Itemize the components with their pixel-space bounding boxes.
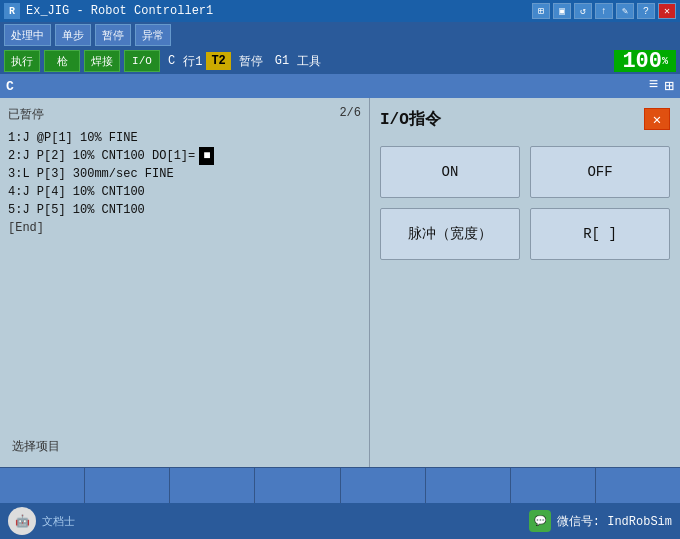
main-content: 已暂停 2/6 1:J @P[1] 10% FINE 2:J P[2] 10% … bbox=[0, 98, 680, 467]
line-count: 2/6 bbox=[339, 106, 361, 123]
percent-display: 100% bbox=[614, 50, 676, 72]
io-buttons-grid: ON OFF 脉冲（宽度） R[ ] bbox=[380, 146, 670, 260]
io-panel: I/O指令 ✕ ON OFF 脉冲（宽度） R[ ] bbox=[370, 98, 680, 467]
title-bar: R Ex_JIG - Robot Controller1 ⊞ ▣ ↺ ↑ ✎ ?… bbox=[0, 0, 680, 22]
tb-icon-2[interactable]: ▣ bbox=[553, 3, 571, 19]
bottom-tab-2[interactable] bbox=[85, 468, 170, 503]
weld-button[interactable]: 焊接 bbox=[84, 50, 120, 72]
paused-label: 已暂停 bbox=[8, 106, 44, 123]
grid-icon[interactable]: ⊞ bbox=[664, 76, 674, 96]
close-button[interactable]: ✕ bbox=[658, 3, 676, 19]
code-line-5: 5:J P[5] 10% CNT100 bbox=[8, 201, 361, 219]
io-button[interactable]: I/O bbox=[124, 50, 160, 72]
bottom-tabs bbox=[0, 467, 680, 503]
stop-status: 暂停 bbox=[239, 53, 263, 70]
code-end: [End] bbox=[8, 219, 361, 237]
wechat-label: 微信号: IndRobSim bbox=[557, 513, 672, 530]
tb-icon-3[interactable]: ↺ bbox=[574, 3, 592, 19]
window-title: Ex_JIG - Robot Controller1 bbox=[26, 4, 213, 18]
tb-icon-5[interactable]: ✎ bbox=[616, 3, 634, 19]
tab-bar: C ≡ ⊞ bbox=[0, 74, 680, 98]
io-header: I/O指令 ✕ bbox=[380, 108, 670, 130]
code-editor: 1:J @P[1] 10% FINE 2:J P[2] 10% CNT100 D… bbox=[8, 129, 361, 237]
error-button[interactable]: 异常 bbox=[135, 24, 171, 46]
tb-icon-4[interactable]: ↑ bbox=[595, 3, 613, 19]
title-bar-left: R Ex_JIG - Robot Controller1 bbox=[4, 3, 213, 19]
code-line-1: 1:J @P[1] 10% FINE bbox=[8, 129, 361, 147]
tool-status: 工具 bbox=[297, 53, 321, 70]
line-3-text: 3:L P[3] 300mm/sec FINE bbox=[8, 165, 174, 183]
line-2-text: 2:J P[2] 10% CNT100 DO[1]= bbox=[8, 147, 195, 165]
line-1-text: 1:J @P[1] 10% FINE bbox=[8, 129, 138, 147]
footer: 🤖 文档士 💬 微信号: IndRobSim bbox=[0, 503, 680, 539]
line-5-text: 5:J P[5] 10% CNT100 bbox=[8, 201, 145, 219]
percent-sign: % bbox=[662, 56, 668, 67]
step-button[interactable]: 单步 bbox=[55, 24, 91, 46]
bottom-tab-1[interactable] bbox=[0, 468, 85, 503]
io-close-button[interactable]: ✕ bbox=[644, 108, 670, 130]
bottom-tab-8[interactable] bbox=[596, 468, 680, 503]
bottom-tab-7[interactable] bbox=[511, 468, 596, 503]
io-off-button[interactable]: OFF bbox=[530, 146, 670, 198]
g1-status: G1 bbox=[275, 54, 289, 68]
line-2-highlight: ■ bbox=[199, 147, 214, 165]
io-pulse-button[interactable]: 脉冲（宽度） bbox=[380, 208, 520, 260]
footer-watermark: 文档士 bbox=[42, 514, 75, 529]
code-line-4: 4:J P[4] 10% CNT100 bbox=[8, 183, 361, 201]
select-item-label: 选择项目 bbox=[12, 438, 60, 455]
wechat-icon: 💬 bbox=[529, 510, 551, 532]
gun-button[interactable]: 枪 bbox=[44, 50, 80, 72]
tb-icon-1[interactable]: ⊞ bbox=[532, 3, 550, 19]
code-status-bar: 已暂停 2/6 bbox=[8, 106, 361, 123]
toolbar-row2: 执行 枪 焊接 I/O C 行1 T2 暂停 G1 工具 100% bbox=[0, 48, 680, 74]
tab-icons: ≡ ⊞ bbox=[649, 76, 674, 96]
tb-icon-6[interactable]: ? bbox=[637, 3, 655, 19]
bottom-tab-6[interactable] bbox=[426, 468, 511, 503]
io-on-button[interactable]: ON bbox=[380, 146, 520, 198]
bottom-tab-5[interactable] bbox=[341, 468, 426, 503]
footer-logo-icon: 🤖 bbox=[8, 507, 36, 535]
tab-label: C bbox=[6, 79, 14, 94]
processing-button[interactable]: 处理中 bbox=[4, 24, 51, 46]
pause-button[interactable]: 暂停 bbox=[95, 24, 131, 46]
bottom-tab-4[interactable] bbox=[255, 468, 340, 503]
t2-status: T2 bbox=[206, 52, 230, 70]
io-r-button[interactable]: R[ ] bbox=[530, 208, 670, 260]
toolbar-row1: 处理中 单步 暂停 异常 bbox=[0, 22, 680, 48]
code-line-3: 3:L P[3] 300mm/sec FINE bbox=[8, 165, 361, 183]
row-status: 行1 bbox=[183, 53, 202, 70]
footer-left: 🤖 文档士 bbox=[8, 507, 75, 535]
window-controls[interactable]: ⊞ ▣ ↺ ↑ ✎ ? ✕ bbox=[532, 3, 676, 19]
line-4-text: 4:J P[4] 10% CNT100 bbox=[8, 183, 145, 201]
bottom-tab-3[interactable] bbox=[170, 468, 255, 503]
c-status: C bbox=[168, 54, 175, 68]
code-line-2[interactable]: 2:J P[2] 10% CNT100 DO[1]=■ bbox=[8, 147, 361, 165]
io-title: I/O指令 bbox=[380, 109, 441, 130]
code-panel: 已暂停 2/6 1:J @P[1] 10% FINE 2:J P[2] 10% … bbox=[0, 98, 370, 467]
footer-right: 💬 微信号: IndRobSim bbox=[529, 510, 672, 532]
execute-button[interactable]: 执行 bbox=[4, 50, 40, 72]
app-icon: R bbox=[4, 3, 20, 19]
menu-icon[interactable]: ≡ bbox=[649, 76, 659, 96]
